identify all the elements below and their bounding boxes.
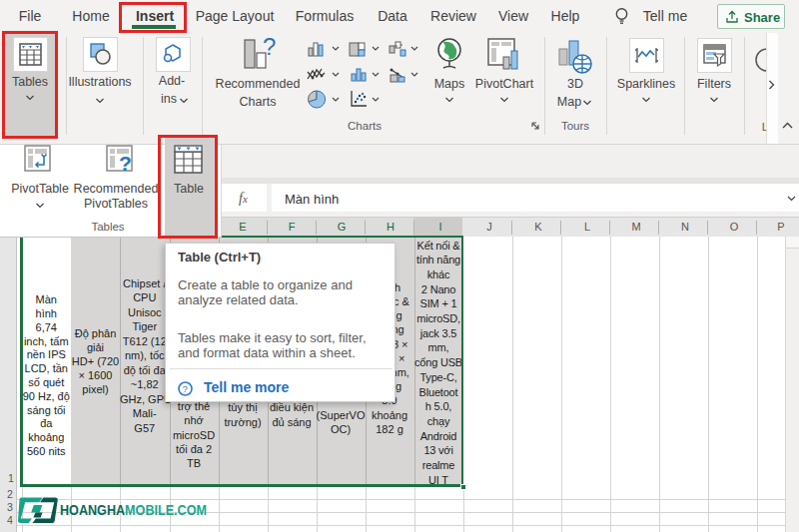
svg-text:?: ? — [183, 383, 188, 394]
svg-text:?: ? — [263, 38, 276, 60]
